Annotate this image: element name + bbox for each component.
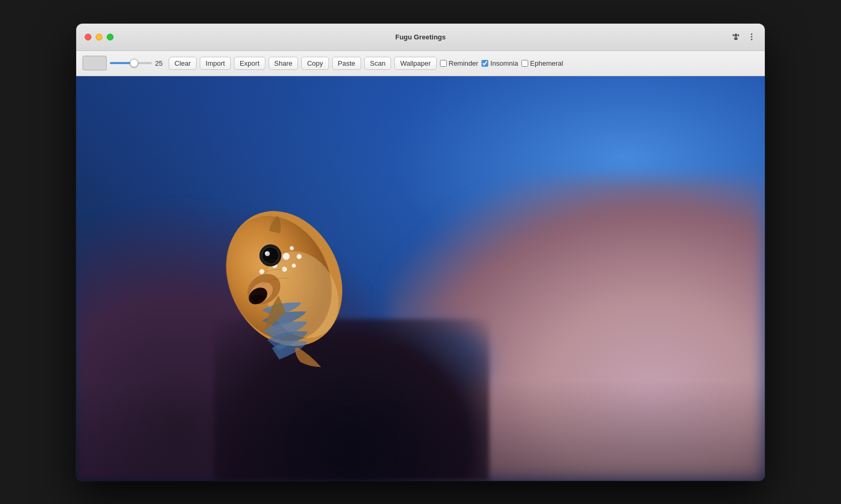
scan-button[interactable]: Scan bbox=[364, 57, 392, 70]
svg-point-1 bbox=[751, 34, 753, 35]
ephemeral-checkbox-group[interactable]: Ephemeral bbox=[521, 59, 563, 67]
color-swatch[interactable] bbox=[83, 56, 107, 70]
minimize-button[interactable] bbox=[96, 34, 102, 40]
svg-point-2 bbox=[751, 36, 753, 38]
svg-point-3 bbox=[751, 39, 753, 40]
reminder-checkbox-group[interactable]: Reminder bbox=[440, 59, 478, 67]
fish-scene bbox=[76, 76, 765, 481]
traffic-lights bbox=[85, 34, 114, 40]
size-slider[interactable] bbox=[110, 62, 152, 64]
reminder-label: Reminder bbox=[449, 59, 478, 67]
ephemeral-checkbox[interactable] bbox=[521, 60, 528, 67]
copy-button[interactable]: Copy bbox=[301, 57, 329, 70]
insomnia-checkbox[interactable] bbox=[481, 60, 488, 67]
insomnia-checkbox-group[interactable]: Insomnia bbox=[481, 59, 518, 67]
clear-button[interactable]: Clear bbox=[169, 57, 197, 70]
paste-button[interactable]: Paste bbox=[332, 57, 361, 70]
more-menu-icon[interactable] bbox=[747, 32, 756, 42]
titlebar: Fugu Greetings bbox=[76, 24, 765, 51]
ephemeral-label: Ephemeral bbox=[530, 59, 563, 67]
wallpaper-button[interactable]: Wallpaper bbox=[394, 57, 436, 70]
toolbar: 25 Clear Import Export Share Copy Paste … bbox=[76, 51, 765, 76]
slider-value: 25 bbox=[155, 59, 166, 67]
share-button[interactable]: Share bbox=[269, 57, 299, 70]
svg-rect-0 bbox=[734, 37, 737, 40]
import-button[interactable]: Import bbox=[200, 57, 231, 70]
window-title: Fugu Greetings bbox=[395, 33, 446, 41]
extensions-icon[interactable] bbox=[731, 32, 741, 42]
reminder-checkbox[interactable] bbox=[440, 60, 447, 67]
insomnia-label: Insomnia bbox=[490, 59, 518, 67]
app-window: Fugu Greetings 25 Clear bbox=[76, 24, 765, 481]
close-button[interactable] bbox=[85, 34, 91, 40]
titlebar-actions bbox=[731, 32, 756, 42]
main-canvas[interactable] bbox=[76, 76, 765, 481]
maximize-button[interactable] bbox=[107, 34, 114, 40]
slider-container: 25 bbox=[110, 59, 166, 67]
export-button[interactable]: Export bbox=[234, 57, 265, 70]
